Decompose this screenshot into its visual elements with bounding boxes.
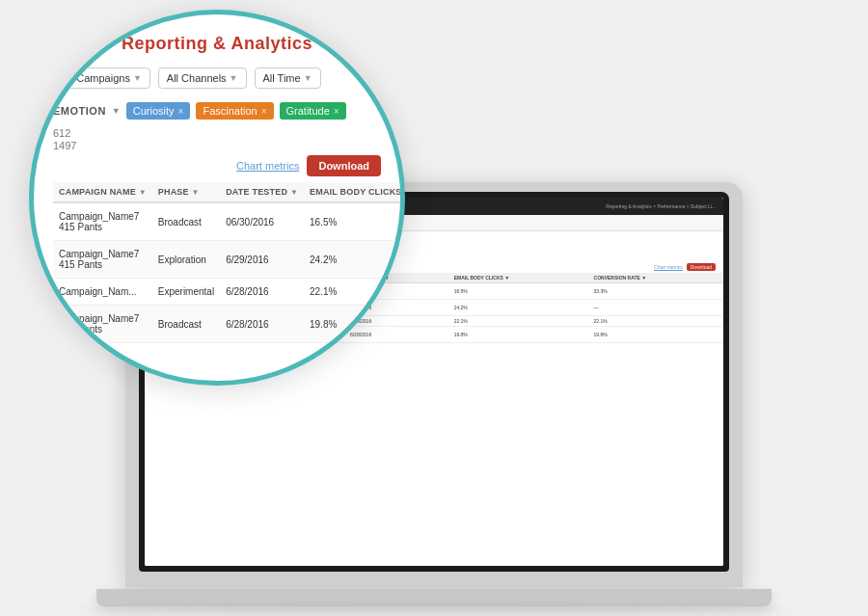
magnify-overlay: Reporting & Analytics All Campaigns ▼ Al… [29, 10, 405, 386]
table-row: Campaign_Name7 415 Pants Exploration 6/2… [53, 241, 400, 279]
laptop-base [96, 589, 772, 606]
mag-metrics-row: Chart metrics Download [53, 155, 381, 176]
laptop-shadow [77, 606, 791, 616]
date-sort-icon: ▼ [290, 188, 298, 197]
mag-tag-fascination[interactable]: Fascination × [196, 102, 273, 120]
col-phase[interactable]: PHASE ▼ [152, 182, 220, 202]
mag-filters: All Campaigns ▼ All Channels ▼ All Time … [53, 67, 381, 89]
mag-data-table: CAMPAIGN NAME ▼ PHASE ▼ DATE TESTED ▼ EM… [53, 182, 400, 343]
table-row: Campaign_Nam... Experimental 6/28/2016 2… [53, 279, 400, 306]
mag-emotion-row: EMOTION ▼ Curiosity × Fascination × Grat… [53, 102, 381, 120]
col-clicks-small: EMAIL BODY CLICKS ▼ [450, 273, 590, 283]
breadcrumb: Reporting & Analytics > Performance > Su… [606, 203, 716, 209]
campaign-sort-icon: ▼ [139, 188, 147, 197]
chart-metrics-link[interactable]: Chart metrics [236, 160, 299, 172]
download-btn-small[interactable]: Download [687, 263, 716, 271]
mag-emotion-label: EMOTION [53, 105, 106, 117]
mag-counts: 612 1497 [53, 127, 381, 151]
curiosity-close-icon[interactable]: × [178, 106, 184, 117]
curiosity-label: Curiosity [133, 105, 175, 117]
mag-tag-curiosity[interactable]: Curiosity × [126, 102, 191, 120]
scene: [ PERSADO ] Reporting & Analytics > Perf… [0, 0, 868, 616]
table-row: Campaign_Name7 415 Pants Broadcast 06/30… [53, 202, 400, 241]
fascination-close-icon[interactable]: × [261, 106, 267, 117]
gratitude-close-icon[interactable]: × [334, 106, 339, 117]
time-filter[interactable]: All Time ▼ [255, 67, 321, 89]
channels-arrow-icon: ▼ [230, 73, 238, 83]
col-date-tested[interactable]: DATE TESTED ▼ [220, 182, 304, 202]
campaigns-arrow-icon: ▼ [133, 73, 142, 83]
chart-metrics-link-small[interactable]: Chart metrics [654, 264, 683, 270]
campaigns-filter[interactable]: All Campaigns ▼ [53, 67, 150, 89]
time-arrow-icon: ▼ [304, 73, 312, 83]
fascination-label: Fascination [203, 105, 257, 117]
mag-tag-gratitude[interactable]: Gratitude × [280, 102, 346, 120]
col-campaign-name[interactable]: CAMPAIGN NAME ▼ [53, 182, 152, 202]
phase-sort-icon: ▼ [191, 188, 199, 197]
table-header-row: CAMPAIGN NAME ▼ PHASE ▼ DATE TESTED ▼ EM… [53, 182, 400, 202]
col-conversion-small: CONVERSION RATE ▼ [590, 273, 723, 283]
magnify-inner: Reporting & Analytics All Campaigns ▼ Al… [34, 14, 400, 381]
gratitude-label: Gratitude [286, 105, 330, 117]
download-button[interactable]: Download [307, 155, 381, 176]
emotion-arrow-icon: ▼ [112, 106, 121, 116]
channels-filter[interactable]: All Channels ▼ [158, 67, 247, 89]
count-612-large: 612 [53, 127, 381, 139]
count-1497-large: 1497 [53, 140, 381, 151]
mag-title: Reporting & Analytics [53, 34, 381, 54]
col-email-body-clicks[interactable]: EMAIL BODY CLICKS ▼ [304, 182, 400, 202]
